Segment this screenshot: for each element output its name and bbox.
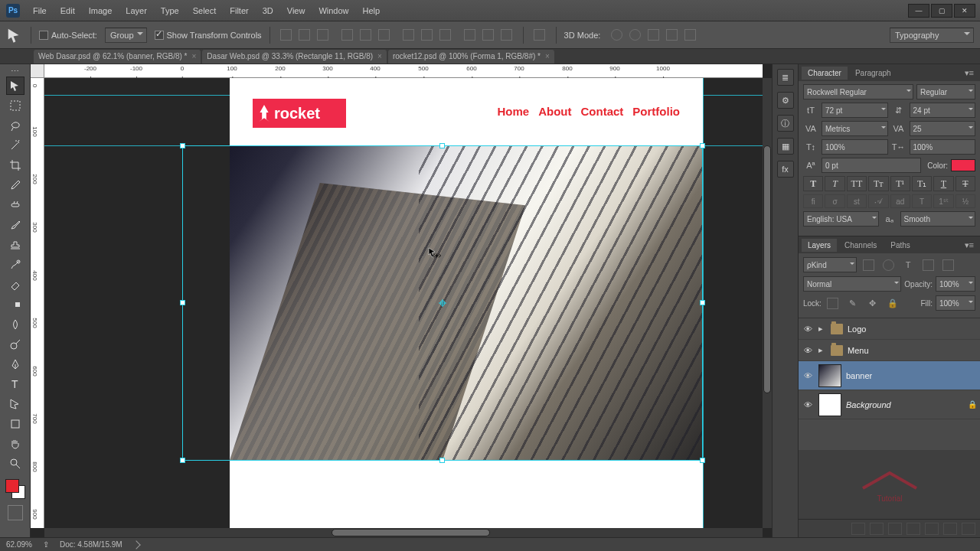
current-tool-icon[interactable] xyxy=(6,27,23,44)
shape-tool[interactable] xyxy=(6,415,24,433)
leading-field[interactable]: 24 pt xyxy=(910,103,976,118)
dist-1-icon[interactable] xyxy=(400,27,417,44)
expand-icon[interactable]: ▸ xyxy=(818,345,826,355)
menu-layer[interactable]: Layer xyxy=(120,4,152,18)
menu-select[interactable]: Select xyxy=(188,4,222,18)
styles-panel-icon[interactable]: fx xyxy=(777,161,794,178)
new-group-button[interactable] xyxy=(925,523,939,535)
font-family-dropdown[interactable]: Rockwell Regular xyxy=(803,84,913,99)
transform-bounding-box[interactable] xyxy=(182,145,703,461)
tools-collapse-handle[interactable]: ⋯ xyxy=(0,67,30,75)
zoom-tool[interactable] xyxy=(6,455,24,473)
tracking-field[interactable]: 25 xyxy=(910,121,976,136)
path-select-tool[interactable] xyxy=(6,395,24,413)
vscale-field[interactable]: 100% xyxy=(822,139,888,155)
pen-tool[interactable] xyxy=(6,355,24,373)
close-icon[interactable]: × xyxy=(545,52,550,60)
doc-tab-2[interactable]: Dasar Web.psd @ 33.3% (Rectangle 11, RGB… xyxy=(202,50,387,64)
workspace-dropdown[interactable]: Typography xyxy=(890,28,974,43)
lock-pixels-icon[interactable]: ✎ xyxy=(844,295,861,311)
history-panel-icon[interactable]: ≣ xyxy=(777,69,794,86)
ot-1st[interactable]: 1ˢᵗ xyxy=(933,194,953,208)
fill-field[interactable]: 100% xyxy=(936,295,975,311)
lock-all-icon[interactable]: 🔒 xyxy=(884,295,901,311)
kerning-field[interactable]: Metrics xyxy=(822,121,888,136)
dist-3-icon[interactable] xyxy=(437,27,454,44)
filter-type-icon[interactable]: T xyxy=(900,256,916,273)
color-swatches[interactable] xyxy=(5,479,25,499)
underline-button[interactable]: T xyxy=(933,176,953,191)
visibility-toggle[interactable]: 👁 xyxy=(802,344,814,357)
filter-adjust-icon[interactable] xyxy=(880,256,897,273)
new-adjustment-button[interactable] xyxy=(906,523,920,535)
healing-tool[interactable] xyxy=(6,196,24,214)
tab-paths[interactable]: Paths xyxy=(884,239,916,252)
antialias-dropdown[interactable]: Smooth xyxy=(900,211,976,227)
ruler-origin[interactable] xyxy=(31,64,44,78)
visibility-toggle[interactable]: 👁 xyxy=(802,399,814,411)
eyedropper-tool[interactable] xyxy=(6,176,24,194)
visibility-toggle[interactable]: 👁 xyxy=(802,323,814,335)
opacity-field[interactable]: 100% xyxy=(936,276,975,292)
align-top-icon[interactable] xyxy=(339,27,356,44)
expand-icon[interactable]: ▸ xyxy=(818,324,826,334)
menu-window[interactable]: Window xyxy=(313,4,354,18)
3d-scale-icon[interactable] xyxy=(681,27,698,44)
visibility-toggle[interactable]: 👁 xyxy=(802,370,814,382)
properties-panel-icon[interactable]: ⚙ xyxy=(777,92,794,109)
menu-image[interactable]: Image xyxy=(83,4,118,18)
ot-frac[interactable]: ½ xyxy=(956,194,975,208)
type-color-swatch[interactable] xyxy=(951,159,975,171)
strikethrough-button[interactable]: T xyxy=(956,176,975,191)
status-menu-icon[interactable] xyxy=(132,540,140,549)
menu-edit[interactable]: Edit xyxy=(55,4,80,18)
align-left-icon[interactable] xyxy=(278,27,295,44)
dist-2-icon[interactable] xyxy=(419,27,436,44)
show-transform-checkbox[interactable]: Show Transform Controls xyxy=(155,30,262,40)
tab-character[interactable]: Character xyxy=(802,67,848,80)
italic-button[interactable]: T xyxy=(825,176,844,191)
auto-align-icon[interactable] xyxy=(531,27,548,44)
menu-3d[interactable]: 3D xyxy=(257,4,279,18)
ruler-vertical[interactable]: 0100200300400500600700800900 xyxy=(31,78,44,528)
align-bottom-icon[interactable] xyxy=(376,27,393,44)
layer-menu[interactable]: 👁 ▸ Menu xyxy=(799,340,980,361)
lock-position-icon[interactable]: ✥ xyxy=(864,295,881,311)
gradient-tool[interactable] xyxy=(6,295,24,314)
filter-shape-icon[interactable] xyxy=(920,256,936,273)
doc-tab-1[interactable]: Web Dasar.psd @ 62.1% (banner, RGB/8) *× xyxy=(34,50,201,64)
smallcaps-button[interactable]: Tт xyxy=(868,176,888,191)
brush-tool[interactable] xyxy=(6,216,24,234)
panel-menu-icon[interactable]: ▾≡ xyxy=(962,68,977,78)
font-size-field[interactable]: 72 pt xyxy=(822,103,888,118)
document-viewport[interactable]: rocket Home About Contact Portfolio xyxy=(44,78,763,528)
layer-banner[interactable]: 👁 banner xyxy=(799,361,980,390)
vertical-scrollbar[interactable] xyxy=(763,78,772,528)
menu-filter[interactable]: Filter xyxy=(224,4,253,18)
baseline-field[interactable]: 0 pt xyxy=(822,158,921,173)
move-tool[interactable] xyxy=(6,77,24,95)
ot-swash[interactable]: 𝒜 xyxy=(868,194,888,208)
blur-tool[interactable] xyxy=(6,315,24,334)
align-hcenter-icon[interactable] xyxy=(296,27,313,44)
close-icon[interactable]: × xyxy=(377,52,382,60)
bold-button[interactable]: T xyxy=(803,176,823,191)
marquee-tool[interactable] xyxy=(6,96,24,115)
link-layers-button[interactable] xyxy=(851,523,865,535)
ot-sigma[interactable]: σ xyxy=(825,194,844,208)
filter-smart-icon[interactable] xyxy=(939,256,956,273)
dist-5-icon[interactable] xyxy=(480,27,497,44)
ot-fi[interactable]: fi xyxy=(803,194,823,208)
minimize-button[interactable]: — xyxy=(908,4,929,18)
superscript-button[interactable]: T¹ xyxy=(890,176,910,191)
hscale-field[interactable]: 100% xyxy=(910,139,976,155)
align-right-icon[interactable] xyxy=(315,27,332,44)
type-tool[interactable]: T xyxy=(6,375,24,393)
blend-mode-dropdown[interactable]: Normal xyxy=(803,276,901,292)
3d-roll-icon[interactable] xyxy=(626,27,643,44)
3d-pan-icon[interactable] xyxy=(645,27,662,44)
subscript-button[interactable]: T₁ xyxy=(912,176,932,191)
layer-mask-button[interactable] xyxy=(888,523,902,535)
share-icon[interactable]: ⇪ xyxy=(43,540,49,549)
delete-layer-button[interactable] xyxy=(962,523,975,535)
